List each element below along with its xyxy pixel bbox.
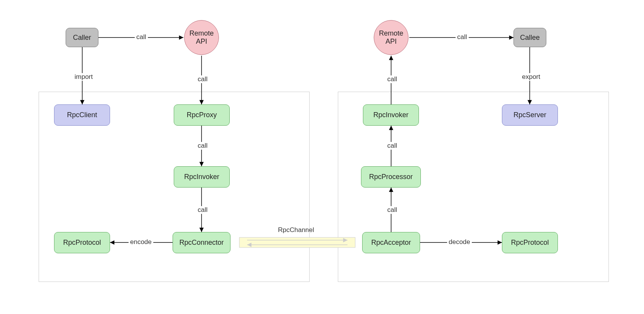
label-call-1: call xyxy=(135,33,148,41)
label-export: export xyxy=(520,73,542,81)
label-encode: encode xyxy=(129,238,153,246)
label-call-7: call xyxy=(386,142,399,150)
node-rpc-processor: RpcProcessor xyxy=(361,166,421,188)
label-call-4: call xyxy=(196,142,209,150)
label-call-8: call xyxy=(386,206,399,214)
node-rpc-invoker-left: RpcInvoker xyxy=(174,166,230,188)
rpc-channel-bar xyxy=(239,237,355,247)
node-rpc-client: RpcClient xyxy=(54,104,110,126)
label-decode: decode xyxy=(447,238,472,246)
node-remote-api-right: Remote API xyxy=(374,20,408,55)
node-rpc-protocol-left: RpcProtocol xyxy=(54,232,110,253)
connections-svg xyxy=(0,0,644,314)
label-call-3: call xyxy=(196,75,209,83)
node-rpc-server: RpcServer xyxy=(502,104,558,126)
node-rpc-proxy: RpcProxy xyxy=(174,104,230,126)
label-call-2: call xyxy=(456,33,469,41)
label-call-5: call xyxy=(196,206,209,214)
node-rpc-invoker-right: RpcInvoker xyxy=(363,104,419,126)
label-import: import xyxy=(73,73,94,81)
node-rpc-connector: RpcConnector xyxy=(173,232,230,253)
node-callee: Callee xyxy=(514,28,546,47)
label-call-6: call xyxy=(386,75,399,83)
node-rpc-acceptor: RpcAcceptor xyxy=(362,232,420,253)
node-caller: Caller xyxy=(66,28,98,47)
node-remote-api-left: Remote API xyxy=(184,20,219,55)
label-channel: RpcChannel xyxy=(276,226,316,234)
node-rpc-protocol-right: RpcProtocol xyxy=(502,232,558,253)
diagram-stage: { "nodes": { "caller": "Caller", "remote… xyxy=(0,0,644,314)
